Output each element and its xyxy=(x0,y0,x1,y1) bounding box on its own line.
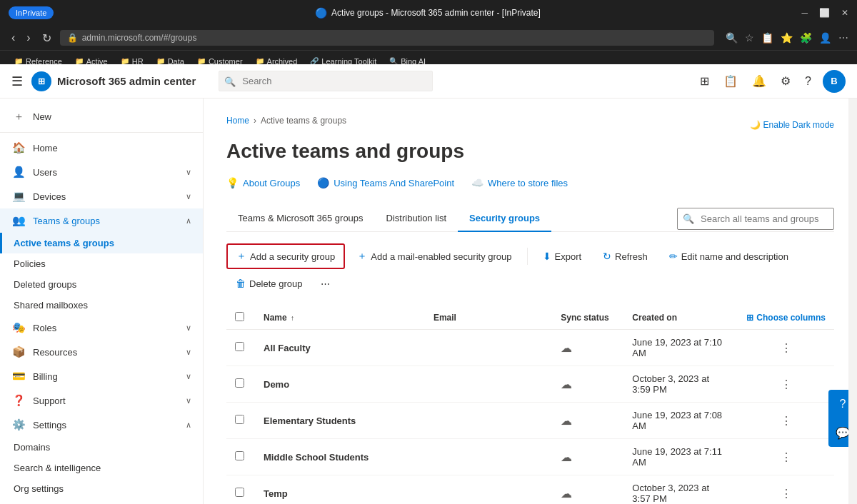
export-button[interactable]: ⬇ Export xyxy=(533,245,591,268)
address-bar[interactable]: 🔒 admin.microsoft.com/#/groups xyxy=(60,30,714,46)
sidebar-subitem-org-settings[interactable]: Org settings xyxy=(0,478,203,499)
using-teams-label: Using Teams And SharePoint xyxy=(334,178,454,188)
sidebar-item-roles[interactable]: 🎭 Roles ∨ xyxy=(0,316,203,340)
sidebar-subitem-m365-backup[interactable]: Microsoft 365 Backup xyxy=(0,499,203,504)
th-email: Email xyxy=(425,306,552,330)
edit-name-button[interactable]: ✏ Edit name and description xyxy=(660,245,798,268)
apps-button[interactable]: ⊞ xyxy=(697,71,712,91)
row-menu-button-1[interactable]: ⋮ xyxy=(776,376,796,393)
sidebar-item-resources[interactable]: 📦 Resources ∨ xyxy=(0,340,203,364)
sidebar-item-settings[interactable]: ⚙️ Settings ∧ xyxy=(0,413,203,437)
dark-mode-toggle[interactable]: 🌙 Enable Dark mode xyxy=(750,120,834,130)
delete-group-button[interactable]: 🗑 Delete group xyxy=(226,272,311,295)
scroll-indicator[interactable] xyxy=(848,64,857,504)
row-menu-button-2[interactable]: ⋮ xyxy=(776,413,796,429)
page-title: Active teams and groups xyxy=(226,140,834,163)
row-checkbox-2[interactable] xyxy=(235,415,244,424)
choose-columns-button[interactable]: ⊞ Choose columns xyxy=(746,313,826,323)
home-icon: 🏠 xyxy=(11,141,26,154)
sync-icon-0: ☁ xyxy=(561,342,572,354)
favorites-icon[interactable]: ⭐ xyxy=(781,32,793,44)
dark-mode-label: Enable Dark mode xyxy=(763,120,834,130)
close-button[interactable]: ✕ xyxy=(841,8,848,18)
maximize-button[interactable]: ⬜ xyxy=(819,8,830,18)
notifications-button[interactable]: 🔔 xyxy=(749,71,769,91)
sort-asc-icon: ↑ xyxy=(291,314,294,322)
settings-button[interactable]: ⚙ xyxy=(778,71,793,91)
sidebar-subitem-deleted[interactable]: Deleted groups xyxy=(0,274,203,295)
row-menu-button-3[interactable]: ⋮ xyxy=(776,449,796,465)
sidebar-item-home[interactable]: 🏠 Home xyxy=(0,136,203,160)
breadcrumb-home[interactable]: Home xyxy=(226,116,249,126)
choose-columns-label: Choose columns xyxy=(756,313,826,323)
sidebar-label-roles: Roles xyxy=(33,323,179,333)
sidebar-subitem-domains[interactable]: Domains xyxy=(0,437,203,458)
refresh-icon: ↻ xyxy=(603,251,611,262)
extensions-icon[interactable]: 🧩 xyxy=(800,32,812,44)
sidebar-item-billing[interactable]: 💳 Billing ∨ xyxy=(0,364,203,388)
row-checkbox-0[interactable] xyxy=(235,342,244,351)
star-icon[interactable]: ☆ xyxy=(745,32,754,44)
more-actions-button[interactable]: ⋯ xyxy=(314,273,336,295)
sidebar-label-settings: Settings xyxy=(33,420,179,430)
sidebar-item-support[interactable]: ❓ Support ∨ xyxy=(0,388,203,413)
forward-button[interactable]: › xyxy=(24,30,33,46)
profile-icon[interactable]: 👤 xyxy=(819,32,831,44)
devices-icon: 💻 xyxy=(11,190,26,203)
tab-search-input[interactable] xyxy=(677,208,834,230)
my-day-button[interactable]: 📋 xyxy=(721,71,741,91)
row-checkbox-4[interactable] xyxy=(235,488,244,497)
th-name[interactable]: Name ↑ xyxy=(255,306,425,330)
refresh-button[interactable]: ↻ Refresh xyxy=(593,245,657,268)
active-teams-label: Active teams & groups xyxy=(14,238,114,248)
tab-security[interactable]: Security groups xyxy=(458,206,551,232)
add-security-group-button[interactable]: ＋ Add a security group xyxy=(226,243,345,269)
sidebar-item-devices[interactable]: 💻 Devices ∨ xyxy=(0,184,203,208)
teams-icon: 👥 xyxy=(11,214,26,227)
sidebar-subitem-shared[interactable]: Shared mailboxes xyxy=(0,295,203,316)
sync-icon-4: ☁ xyxy=(561,488,572,500)
back-button[interactable]: ‹ xyxy=(9,30,18,46)
collections-icon[interactable]: 📋 xyxy=(761,32,773,44)
table-header-row: Name ↑ Email Sync status Created on ⊞ xyxy=(226,306,834,330)
row-menu-button-0[interactable]: ⋮ xyxy=(776,340,796,356)
select-all-checkbox[interactable] xyxy=(235,312,244,321)
sync-col-label: Sync status xyxy=(561,313,608,323)
breadcrumb-sep: › xyxy=(254,116,256,126)
add-mail-enabled-button[interactable]: ＋ Add a mail-enabled security group xyxy=(348,244,521,268)
row-checkbox-1[interactable] xyxy=(235,378,244,388)
tab-teams-m365[interactable]: Teams & Microsoft 365 groups xyxy=(226,206,375,232)
tab-distribution[interactable]: Distribution list xyxy=(375,206,458,232)
users-icon: 👤 xyxy=(11,166,26,178)
inprivate-badge: InPrivate xyxy=(9,6,54,19)
help-button[interactable]: ? xyxy=(802,72,814,91)
row-menu-button-4[interactable]: ⋮ xyxy=(776,485,796,502)
th-choose-columns[interactable]: ⊞ Choose columns xyxy=(738,306,834,330)
search-icon[interactable]: 🔍 xyxy=(726,32,738,44)
hamburger-button[interactable]: ☰ xyxy=(11,74,23,89)
sidebar-item-teams-groups[interactable]: 👥 Teams & groups ∧ xyxy=(0,208,203,233)
header-search-input[interactable] xyxy=(219,71,433,91)
more-icon[interactable]: ⋯ xyxy=(838,32,848,44)
using-teams-link[interactable]: 🔵 Using Teams And SharePoint xyxy=(317,177,454,188)
user-avatar[interactable]: B xyxy=(823,70,846,93)
refresh-button[interactable]: ↻ xyxy=(39,30,54,46)
delete-group-label: Delete group xyxy=(249,278,302,289)
sidebar-subitem-policies[interactable]: Policies xyxy=(0,253,203,274)
about-groups-link[interactable]: 💡 About Groups xyxy=(226,177,300,188)
row-checkbox-3[interactable] xyxy=(235,451,244,460)
sidebar-new[interactable]: ＋ New xyxy=(0,104,203,129)
delete-icon: 🗑 xyxy=(236,278,246,289)
sidebar-item-users[interactable]: 👤 Users ∨ xyxy=(0,160,203,184)
sidebar-subitem-active-teams[interactable]: Active teams & groups xyxy=(0,233,203,253)
main-content: Home › Active teams & groups 🌙 Enable Da… xyxy=(204,99,857,504)
tab-title[interactable]: 🔵 Active groups - Microsoft 365 admin ce… xyxy=(315,7,541,19)
row-created-0: June 19, 2023 at 7:10 AM xyxy=(623,330,738,366)
table-row: All Faculty ☁ June 19, 2023 at 7:10 AM ⋮ xyxy=(226,330,834,366)
tabs-container: Teams & Microsoft 365 groups Distributio… xyxy=(226,206,834,232)
minimize-button[interactable]: ─ xyxy=(801,8,808,18)
deleted-label: Deleted groups xyxy=(14,279,76,290)
where-to-store-link[interactable]: ☁️ Where to store files xyxy=(471,177,568,188)
sidebar-subitem-search-intelligence[interactable]: Search & intelligence xyxy=(0,458,203,478)
more-icon: ⋯ xyxy=(321,278,330,289)
